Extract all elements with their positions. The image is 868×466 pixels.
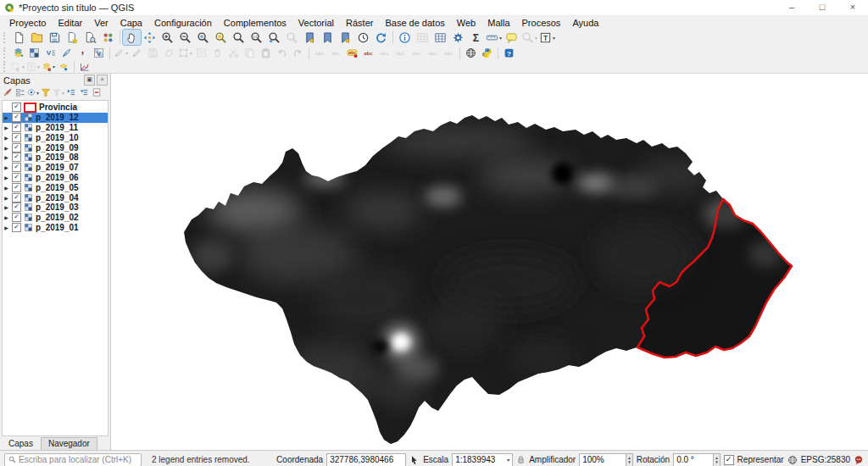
layer-visibility-checkbox[interactable]: ✓ bbox=[12, 163, 21, 172]
layer-expand-arrow-icon[interactable]: ▶ bbox=[3, 125, 9, 130]
measure-line-button[interactable]: ▾ bbox=[485, 30, 503, 45]
zoom-native-resolution-button[interactable] bbox=[248, 30, 265, 45]
python-console-button[interactable] bbox=[479, 47, 495, 59]
layer-labeling-button[interactable] bbox=[344, 47, 360, 59]
scale-dropdown-icon[interactable]: ▾ bbox=[507, 457, 509, 463]
show-spatial-bookmarks-button[interactable] bbox=[319, 30, 337, 45]
expand-all-button[interactable] bbox=[65, 86, 77, 98]
deselect-features-button[interactable]: ▾ bbox=[41, 61, 56, 72]
select-by-location-button[interactable] bbox=[56, 61, 71, 72]
layer-expand-arrow-icon[interactable]: ▶ bbox=[3, 154, 9, 160]
layer-expand-arrow-icon[interactable]: ▶ bbox=[3, 175, 9, 180]
map-canvas[interactable] bbox=[111, 74, 868, 450]
layer-visibility-checkbox[interactable]: ✓ bbox=[12, 103, 21, 112]
layer-visibility-checkbox[interactable]: ✓ bbox=[12, 113, 21, 122]
layer-row-p-2019-12[interactable]: ▶✓p_2019_12 bbox=[3, 113, 108, 123]
layer-row-p-2019-05[interactable]: ▶✓p_2019_05 bbox=[3, 182, 108, 192]
layer-expand-arrow-icon[interactable]: ▶ bbox=[3, 145, 9, 151]
layout-manager-button[interactable] bbox=[81, 30, 99, 45]
panel-tab-navegador[interactable]: Navegador bbox=[41, 437, 97, 450]
layer-expand-arrow-icon[interactable]: ▶ bbox=[3, 204, 9, 210]
menu-capa[interactable]: Capa bbox=[114, 18, 148, 28]
layer-row-p-2019-10[interactable]: ▶✓p_2019_10 bbox=[3, 132, 108, 142]
layer-row-p-2019-02[interactable]: ▶✓p_2019_02 bbox=[3, 213, 108, 223]
collapse-all-button[interactable] bbox=[78, 86, 90, 98]
statistical-summary-button[interactable] bbox=[467, 30, 485, 45]
render-checkbox[interactable]: ✓ bbox=[724, 455, 734, 465]
temporal-controller-button[interactable] bbox=[354, 30, 372, 45]
open-attribute-table-button[interactable] bbox=[431, 30, 449, 45]
layer-visibility-checkbox[interactable]: ✓ bbox=[12, 153, 21, 162]
layer-expand-arrow-icon[interactable]: ▶ bbox=[3, 114, 9, 120]
magnifier-spin-buttons[interactable]: ▲▼ bbox=[626, 453, 632, 466]
layer-visibility-checkbox[interactable]: ✓ bbox=[12, 133, 21, 142]
toggle-extents-icon[interactable] bbox=[409, 455, 420, 465]
menu-proyecto[interactable]: Proyecto bbox=[3, 18, 52, 28]
crs-globe-icon[interactable] bbox=[787, 455, 798, 465]
layer-row-p-2019-07[interactable]: ▶✓p_2019_07 bbox=[3, 163, 108, 173]
zoom-full-extent-button[interactable] bbox=[194, 30, 212, 45]
close-panel-icon[interactable]: × bbox=[97, 75, 108, 86]
current-edits-dropdown-icon[interactable]: ▾ bbox=[125, 50, 128, 56]
layer-visibility-checkbox[interactable]: ✓ bbox=[12, 143, 21, 153]
filter-legend-by-expression-dropdown-icon[interactable]: ▾ bbox=[62, 90, 64, 96]
metasearch-button[interactable] bbox=[463, 47, 479, 59]
select-features-dropdown-icon[interactable]: ▾ bbox=[22, 64, 25, 69]
layer-row-p-2019-04[interactable]: ▶✓p_2019_04 bbox=[3, 192, 108, 202]
menu-editar[interactable]: Editar bbox=[52, 18, 88, 28]
layer-expand-arrow-icon[interactable]: ▶ bbox=[3, 164, 9, 170]
messages-icon[interactable] bbox=[854, 455, 864, 465]
layer-row-provincia[interactable]: ✓Provincia bbox=[3, 103, 108, 113]
layer-visibility-checkbox[interactable]: ✓ bbox=[12, 183, 21, 192]
lock-scale-icon[interactable] bbox=[516, 455, 526, 464]
magnifier-value[interactable]: 100% bbox=[579, 453, 626, 466]
text-annotation-button[interactable]: ▾ bbox=[538, 30, 556, 45]
new-annotation-dropdown-icon[interactable]: ▾ bbox=[535, 35, 537, 41]
zoom-out-button[interactable] bbox=[176, 30, 194, 45]
processing-toolbox-button[interactable] bbox=[449, 30, 467, 45]
menu-web[interactable]: Web bbox=[451, 18, 481, 28]
vertex-tool-dropdown-icon[interactable]: ▾ bbox=[190, 50, 192, 56]
elevation-profile-button[interactable] bbox=[77, 61, 92, 72]
layer-visibility-checkbox[interactable]: ✓ bbox=[12, 193, 21, 202]
manage-map-themes-dropdown-icon[interactable]: ▾ bbox=[36, 90, 39, 96]
deselect-features-dropdown-icon[interactable]: ▾ bbox=[53, 64, 55, 69]
filter-legend-button[interactable] bbox=[40, 86, 52, 98]
zoom-to-selection-button[interactable] bbox=[212, 30, 230, 45]
layer-row-p-2019-11[interactable]: ▶✓p_2019_11 bbox=[3, 123, 108, 133]
menu-configuraci-n[interactable]: Configuración bbox=[148, 18, 218, 28]
layer-row-p-2019-08[interactable]: ▶✓p_2019_08 bbox=[3, 153, 108, 163]
layer-visibility-checkbox[interactable]: ✓ bbox=[12, 123, 21, 132]
layer-expand-arrow-icon[interactable]: ▶ bbox=[3, 225, 9, 230]
menu-base-de-datos[interactable]: Base de datos bbox=[379, 18, 450, 28]
pan-map-button[interactable] bbox=[123, 30, 141, 45]
add-delimited-text-layer-button[interactable] bbox=[75, 47, 91, 59]
new-spatial-bookmark-button[interactable] bbox=[301, 30, 319, 45]
select-by-form-dropdown-icon[interactable]: ▾ bbox=[37, 64, 40, 69]
layer-expand-arrow-icon[interactable]: ▶ bbox=[3, 135, 9, 141]
layer-labeling-single-button[interactable] bbox=[360, 47, 376, 59]
menu-complementos[interactable]: Complementos bbox=[218, 18, 292, 28]
rotation-spinbox[interactable]: 0.0 ° ▲▼ bbox=[673, 453, 720, 466]
add-raster-layer-button[interactable] bbox=[26, 47, 42, 59]
layer-visibility-checkbox[interactable]: ✓ bbox=[12, 213, 21, 222]
layer-row-p-2019-03[interactable]: ▶✓p_2019_03 bbox=[3, 202, 108, 213]
magnifier-spinbox[interactable]: 100% ▲▼ bbox=[579, 453, 632, 466]
coordinate-input[interactable]: 327786,3980466 bbox=[326, 453, 406, 466]
layer-row-p-2019-01[interactable]: ▶✓p_2019_01 bbox=[3, 223, 108, 233]
help-contents-button[interactable] bbox=[501, 47, 517, 59]
open-project-button[interactable] bbox=[28, 30, 46, 45]
manage-map-themes-button[interactable]: ▾ bbox=[27, 86, 39, 98]
layer-row-p-2019-06[interactable]: ▶✓p_2019_06 bbox=[3, 173, 108, 183]
open-data-source-manager-button[interactable] bbox=[10, 47, 26, 59]
menu-r-ster[interactable]: Ráster bbox=[340, 18, 379, 28]
bookmark-manager-button[interactable] bbox=[337, 30, 354, 45]
style-manager-button[interactable] bbox=[99, 30, 117, 45]
menu-ver[interactable]: Ver bbox=[88, 18, 114, 28]
close-button[interactable]: × bbox=[837, 0, 868, 15]
scale-combobox[interactable]: 1:1839943 ▾ bbox=[452, 453, 513, 466]
layer-visibility-checkbox[interactable]: ✓ bbox=[12, 202, 21, 212]
add-virtual-layer-button[interactable] bbox=[91, 47, 107, 59]
map-tips-button[interactable] bbox=[503, 30, 520, 45]
layer-expand-arrow-icon[interactable]: ▶ bbox=[3, 214, 9, 220]
